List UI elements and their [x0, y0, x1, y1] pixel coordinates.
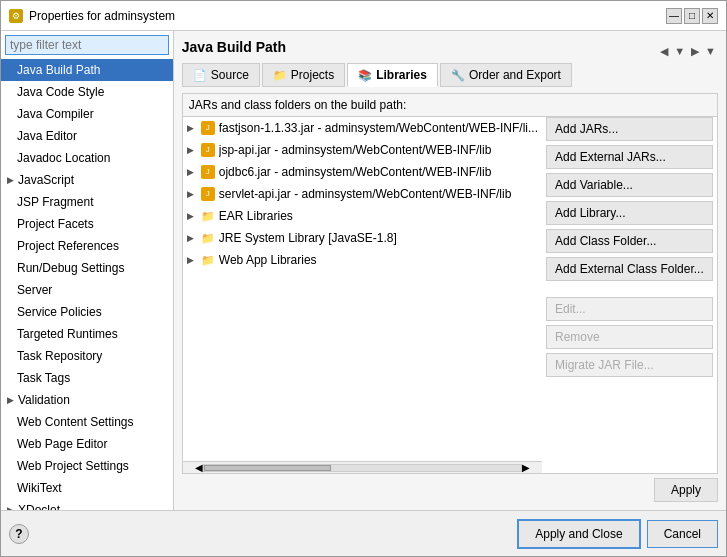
action-btn-add-variable-[interactable]: Add Variable...	[546, 173, 713, 197]
tab-label: Order and Export	[469, 68, 561, 82]
tree-item[interactable]: Task Repository	[1, 345, 173, 367]
tree-item[interactable]: Web Page Editor	[1, 433, 173, 455]
hscroll-track[interactable]	[203, 464, 522, 472]
tree-item[interactable]: Javadoc Location	[1, 147, 173, 169]
tab-label: Projects	[291, 68, 334, 82]
tabs-bar: 📄Source📁Projects📚Libraries🔧Order and Exp…	[182, 63, 718, 87]
jar-list[interactable]: ▶Jfastjson-1.1.33.jar - adminsystem/WebC…	[183, 117, 542, 461]
tree-item[interactable]: Java Editor	[1, 125, 173, 147]
maximize-button[interactable]: □	[684, 8, 700, 24]
jar-file-icon: 📁	[201, 231, 215, 245]
action-btn-add-external-jars-[interactable]: Add External JARs...	[546, 145, 713, 169]
tree-item[interactable]: Server	[1, 279, 173, 301]
tree-item[interactable]: Service Policies	[1, 301, 173, 323]
tree-item-label: Project Facets	[17, 215, 94, 233]
hscroll-left-icon[interactable]: ◀	[195, 462, 203, 473]
tree-item-label: Task Tags	[17, 369, 70, 387]
hscroll-right-icon[interactable]: ▶	[522, 462, 530, 473]
jar-list-item[interactable]: ▶📁EAR Libraries	[183, 205, 542, 227]
tree-item-label: Run/Debug Settings	[17, 259, 124, 277]
hscroll-thumb[interactable]	[204, 465, 331, 471]
content-label: JARs and class folders on the build path…	[183, 94, 717, 117]
jar-file-icon: J	[201, 165, 215, 179]
tree-item[interactable]: Project References	[1, 235, 173, 257]
tree-item[interactable]: Java Code Style	[1, 81, 173, 103]
tree-item[interactable]: Run/Debug Settings	[1, 257, 173, 279]
tree-item-label: WikiText	[17, 479, 62, 497]
title-bar-left: ⚙ Properties for adminsystem	[9, 9, 175, 23]
tree-item[interactable]: ▶Validation	[1, 389, 173, 411]
tree-item[interactable]: Web Project Settings	[1, 455, 173, 477]
tree-expand-icon: ▶	[7, 391, 14, 409]
filter-input[interactable]	[5, 35, 169, 55]
jar-list-item[interactable]: ▶Jjsp-api.jar - adminsystem/WebContent/W…	[183, 139, 542, 161]
tree-item-label: XDoclet	[18, 501, 60, 510]
tree-item[interactable]: ▶JavaScript	[1, 169, 173, 191]
tree-item[interactable]: WikiText	[1, 477, 173, 499]
jar-item-label: servlet-api.jar - adminsystem/WebContent…	[219, 185, 512, 203]
tree-item-label: Web Content Settings	[17, 413, 134, 431]
cancel-button[interactable]: Cancel	[647, 520, 718, 548]
bottom-buttons: Apply and Close Cancel	[517, 519, 718, 549]
nav-dropdown-icon[interactable]: ▼	[672, 43, 687, 60]
tab-order-and-export[interactable]: 🔧Order and Export	[440, 63, 572, 87]
tree-item[interactable]: Task Tags	[1, 367, 173, 389]
jar-list-container: ▶Jfastjson-1.1.33.jar - adminsystem/WebC…	[183, 117, 542, 473]
action-btn-add-library-[interactable]: Add Library...	[546, 201, 713, 225]
nav-forward-dropdown-icon[interactable]: ▼	[703, 43, 718, 60]
tree-item[interactable]: JSP Fragment	[1, 191, 173, 213]
tree-item[interactable]: Java Build Path	[1, 59, 173, 81]
tree-expand-icon: ▶	[7, 171, 14, 189]
left-panel: Java Build PathJava Code StyleJava Compi…	[1, 31, 174, 510]
action-btn-add-jars-[interactable]: Add JARs...	[546, 117, 713, 141]
tree-item-label: Java Code Style	[17, 83, 104, 101]
tab-projects[interactable]: 📁Projects	[262, 63, 345, 87]
jar-list-item[interactable]: ▶Jojdbc6.jar - adminsystem/WebContent/WE…	[183, 161, 542, 183]
nav-forward-icon[interactable]: ▶	[689, 43, 701, 60]
tree-item-label: Javadoc Location	[17, 149, 110, 167]
tab-source[interactable]: 📄Source	[182, 63, 260, 87]
tree-item-label: JSP Fragment	[17, 193, 93, 211]
tree-item[interactable]: Java Compiler	[1, 103, 173, 125]
jar-list-item[interactable]: ▶Jfastjson-1.1.33.jar - adminsystem/WebC…	[183, 117, 542, 139]
nav-back-icon[interactable]: ◀	[658, 43, 670, 60]
tree-item-label: Java Compiler	[17, 105, 94, 123]
jar-list-item[interactable]: ▶Jservlet-api.jar - adminsystem/WebConte…	[183, 183, 542, 205]
jar-item-label: fastjson-1.1.33.jar - adminsystem/WebCon…	[219, 119, 538, 137]
minimize-button[interactable]: —	[666, 8, 682, 24]
tree-item[interactable]: Web Content Settings	[1, 411, 173, 433]
jar-expand-icon: ▶	[187, 141, 197, 159]
main-content: Java Build PathJava Code StyleJava Compi…	[1, 31, 726, 510]
tab-icon: 📚	[358, 69, 372, 82]
jar-list-item[interactable]: ▶📁JRE System Library [JavaSE-1.8]	[183, 227, 542, 249]
jar-expand-icon: ▶	[187, 207, 197, 225]
help-button[interactable]: ?	[9, 524, 29, 544]
jar-expand-icon: ▶	[187, 229, 197, 247]
action-buttons: Add JARs...Add External JARs...Add Varia…	[542, 117, 717, 473]
tree-item-label: Server	[17, 281, 52, 299]
jar-list-item[interactable]: ▶📁Web App Libraries	[183, 249, 542, 271]
tree-item[interactable]: Project Facets	[1, 213, 173, 235]
jar-expand-icon: ▶	[187, 163, 197, 181]
tree-item-label: JavaScript	[18, 171, 74, 189]
panel-title: Java Build Path	[182, 39, 286, 55]
close-button[interactable]: ✕	[702, 8, 718, 24]
action-btn-add-class-folder-[interactable]: Add Class Folder...	[546, 229, 713, 253]
properties-dialog: ⚙ Properties for adminsystem — □ ✕ Java …	[0, 0, 727, 557]
action-btn-add-external-class-folder-[interactable]: Add External Class Folder...	[546, 257, 713, 281]
tree-item-label: Targeted Runtimes	[17, 325, 118, 343]
jar-item-label: Web App Libraries	[219, 251, 317, 269]
jar-file-icon: 📁	[201, 253, 215, 267]
tree-item[interactable]: ▶XDoclet	[1, 499, 173, 510]
tree-scroll[interactable]: Java Build PathJava Code StyleJava Compi…	[1, 59, 173, 510]
tree-expand-icon: ▶	[7, 501, 14, 510]
apply-close-button[interactable]: Apply and Close	[517, 519, 640, 549]
apply-button[interactable]: Apply	[654, 478, 718, 502]
tree-item-label: Task Repository	[17, 347, 102, 365]
tab-libraries[interactable]: 📚Libraries	[347, 63, 438, 87]
tree-item[interactable]: Targeted Runtimes	[1, 323, 173, 345]
jar-scrollbar: ◀ ▶	[183, 461, 542, 473]
title-controls: — □ ✕	[666, 8, 718, 24]
jar-item-label: jsp-api.jar - adminsystem/WebContent/WEB…	[219, 141, 492, 159]
jar-item-label: EAR Libraries	[219, 207, 293, 225]
